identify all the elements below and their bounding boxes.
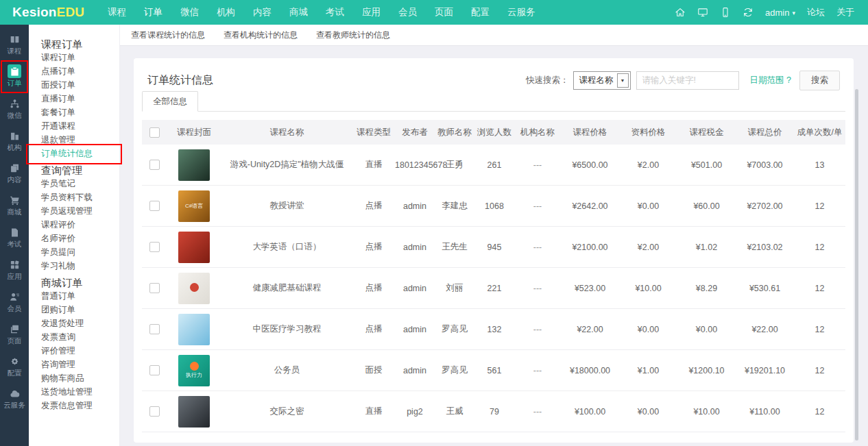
sidebar-module-settings[interactable]: 配置 bbox=[0, 349, 29, 382]
sidebar-item-teacher-reviews[interactable]: 名师评价 bbox=[41, 232, 119, 245]
org-name: --- bbox=[514, 160, 561, 170]
file-icon bbox=[8, 225, 21, 239]
desktop-icon[interactable] bbox=[697, 7, 708, 18]
tab-all-info[interactable]: 全部信息 bbox=[142, 91, 198, 112]
row-checkbox[interactable] bbox=[149, 283, 160, 293]
sidebar-module-organizations[interactable]: 机构 bbox=[0, 124, 29, 156]
sidebar-module-cloud[interactable]: 云服务 bbox=[0, 382, 29, 414]
user-menu[interactable]: admin ▾ bbox=[765, 8, 795, 18]
course-cover bbox=[178, 232, 210, 263]
row-checkbox[interactable] bbox=[149, 160, 160, 170]
nav-item-members[interactable]: 会员 bbox=[389, 0, 426, 25]
date-range-link[interactable]: 日期范围 ? bbox=[750, 75, 791, 86]
refresh-icon[interactable] bbox=[743, 7, 754, 18]
row-checkbox[interactable] bbox=[149, 324, 160, 334]
sidebar-module-pages[interactable]: 页面 bbox=[0, 317, 29, 349]
nav-link-forum[interactable]: 论坛 bbox=[807, 6, 825, 18]
sidebar-item-address-management[interactable]: 送货地址管理 bbox=[41, 385, 119, 399]
sidebar-module-exams[interactable]: 考试 bbox=[0, 221, 29, 253]
search-button[interactable]: 搜索 bbox=[799, 71, 840, 90]
toolbar-link-view-teacher-stats[interactable]: 查看教师统计的信息 bbox=[316, 29, 390, 41]
sidebar-item-open-course[interactable]: 开通课程 bbox=[41, 119, 119, 133]
nav-item-orders[interactable]: 订单 bbox=[135, 0, 171, 25]
sidebar-item-cart-items[interactable]: 购物车商品 bbox=[41, 371, 119, 385]
sidebar-module-content[interactable]: 内容 bbox=[0, 156, 29, 188]
nav-item-exams[interactable]: 考试 bbox=[317, 0, 353, 25]
course-total: ¥7003.00 bbox=[736, 160, 794, 170]
sidebar-item-inquiry-management[interactable]: 咨询管理 bbox=[41, 358, 119, 371]
cloud-icon bbox=[8, 386, 21, 400]
search-type-select[interactable]: 课程名称 ▼ bbox=[573, 71, 631, 90]
publisher: admin bbox=[395, 243, 435, 252]
sidebar-item-study-gifts[interactable]: 学习礼物 bbox=[41, 259, 119, 273]
nav-item-content[interactable]: 内容 bbox=[244, 0, 280, 25]
sidebar-item-student-notes[interactable]: 学员笔记 bbox=[41, 177, 119, 190]
navbar-links: 论坛关于 bbox=[807, 6, 854, 18]
home-icon[interactable] bbox=[675, 7, 686, 18]
sidebar-item-student-cashback[interactable]: 学员返现管理 bbox=[41, 204, 119, 218]
nav-item-organizations[interactable]: 机构 bbox=[208, 0, 244, 25]
nav-item-wechat[interactable]: 微信 bbox=[171, 0, 208, 25]
teacher-name: 李建忠 bbox=[435, 200, 474, 212]
row-checkbox[interactable] bbox=[149, 242, 160, 252]
nav-item-settings[interactable]: 配置 bbox=[462, 0, 498, 25]
sidebar-item-student-questions[interactable]: 学员提问 bbox=[41, 245, 119, 259]
toolbar-link-view-course-stats[interactable]: 查看课程统计的信息 bbox=[131, 29, 205, 41]
sidebar-item-shipping-returns[interactable]: 发退货处理 bbox=[41, 317, 119, 330]
column-header: 课程总价 bbox=[736, 127, 794, 138]
sidebar-item-review-management[interactable]: 评价管理 bbox=[41, 344, 119, 358]
course-tax: ¥1200.10 bbox=[677, 366, 736, 375]
row-checkbox[interactable] bbox=[149, 365, 160, 375]
nav-item-cloud[interactable]: 云服务 bbox=[498, 0, 544, 25]
section-sidebar: 课程订单课程订单点播订单面授订单直播订单套餐订单开通课程退款管理订单统计信息查询… bbox=[29, 25, 120, 446]
table-row: 执行力公务员面授admin罗高见561---¥18000.00¥1.00¥120… bbox=[142, 350, 845, 391]
course-type: 面授 bbox=[352, 364, 395, 376]
order-count: 12 bbox=[794, 243, 845, 252]
keyword-input[interactable] bbox=[636, 71, 739, 90]
sidebar-item-course-order[interactable]: 课程订单 bbox=[41, 51, 119, 64]
sidebar-module-members[interactable]: 会员 bbox=[0, 285, 29, 317]
nav-item-mall[interactable]: 商城 bbox=[280, 0, 317, 25]
material-price: ¥10.00 bbox=[619, 284, 677, 293]
sidebar-item-course-reviews[interactable]: 课程评价 bbox=[41, 218, 119, 232]
sidebar-module-apps[interactable]: 应用 bbox=[0, 253, 29, 285]
app-logo[interactable]: KesionEDU bbox=[0, 5, 88, 20]
toolbar-link-view-org-stats[interactable]: 查看机构统计的信息 bbox=[224, 29, 298, 41]
sitemap-icon bbox=[8, 97, 21, 110]
sidebar-item-refund-management[interactable]: 退款管理 bbox=[41, 133, 119, 147]
order-count: 12 bbox=[794, 407, 845, 417]
view-count: 261 bbox=[474, 160, 514, 170]
clipboard-icon bbox=[8, 64, 21, 78]
sidebar-module-courses[interactable]: 课程 bbox=[0, 27, 29, 60]
nav-item-apps[interactable]: 应用 bbox=[353, 0, 389, 25]
nav-link-about[interactable]: 关于 bbox=[836, 6, 854, 18]
sidebar-item-invoice-query[interactable]: 发票查询 bbox=[41, 330, 119, 344]
mobile-icon[interactable] bbox=[720, 7, 731, 18]
sidebar-item-student-downloads[interactable]: 学员资料下载 bbox=[41, 190, 119, 204]
sidebar-item-vod-order[interactable]: 点播订单 bbox=[41, 64, 119, 78]
column-header: 课程税金 bbox=[677, 127, 736, 138]
course-name: 教授讲堂 bbox=[221, 200, 352, 212]
row-checkbox[interactable] bbox=[149, 406, 160, 417]
sidebar-item-normal-order[interactable]: 普通订单 bbox=[41, 289, 119, 303]
course-type: 直播 bbox=[352, 159, 395, 171]
course-name: 游戏-Unity2D搞定"植物大战僵 bbox=[221, 159, 352, 171]
select-all-checkbox[interactable] bbox=[149, 127, 160, 138]
sidebar-item-live-order[interactable]: 直播订单 bbox=[41, 92, 119, 106]
sidebar-module-label: 会员 bbox=[8, 305, 22, 312]
sidebar-module-mall[interactable]: 商城 bbox=[0, 188, 29, 221]
course-total: ¥22.00 bbox=[736, 325, 794, 334]
sidebar-item-invoice-info[interactable]: 发票信息管理 bbox=[41, 399, 119, 412]
sidebar-item-group-order[interactable]: 团购订单 bbox=[41, 303, 119, 317]
nav-item-pages[interactable]: 页面 bbox=[426, 0, 462, 25]
sidebar-item-order-stats[interactable]: 订单统计信息 bbox=[41, 147, 119, 160]
row-checkbox[interactable] bbox=[149, 201, 160, 211]
sidebar-module-orders[interactable]: 订单 bbox=[0, 60, 29, 92]
sidebar-item-offline-order[interactable]: 面授订单 bbox=[41, 78, 119, 92]
nav-item-courses[interactable]: 课程 bbox=[99, 0, 135, 25]
sidebar-item-package-order[interactable]: 套餐订单 bbox=[41, 106, 119, 119]
sidebar-module-wechat[interactable]: 微信 bbox=[0, 92, 29, 124]
view-count: 132 bbox=[474, 325, 514, 334]
vertical-scrollbar[interactable] bbox=[855, 89, 858, 441]
user-icon bbox=[8, 290, 21, 303]
